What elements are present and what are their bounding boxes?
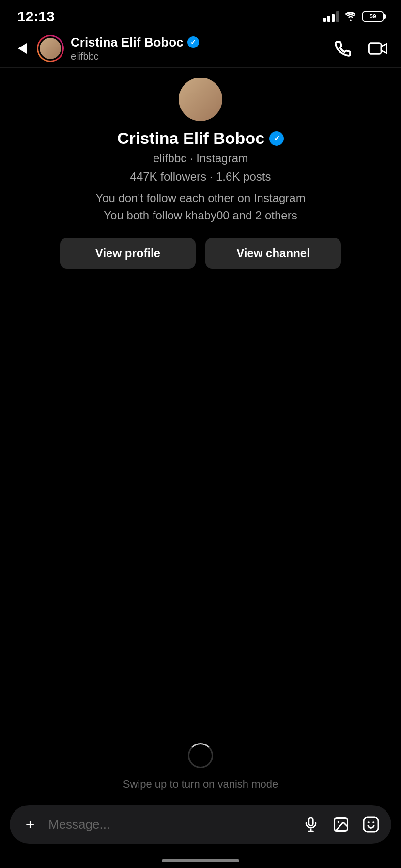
- back-chevron-icon: [18, 43, 27, 54]
- header-verified-badge: ✓: [187, 36, 199, 48]
- profile-card: Cristina Elif Boboc ✓ elifbbc · Instagra…: [0, 68, 401, 283]
- svg-point-8: [372, 821, 375, 823]
- message-input[interactable]: [48, 817, 293, 832]
- chat-header: Cristina Elif Boboc ✓ elifbbc: [0, 29, 401, 68]
- profile-stats-separator: ·: [210, 170, 216, 183]
- profile-posts: 1.6K posts: [216, 170, 271, 183]
- avatar-image: [40, 38, 61, 59]
- video-icon: [368, 40, 387, 57]
- signal-bar-2: [327, 16, 330, 22]
- microphone-button[interactable]: [300, 814, 322, 835]
- profile-action-buttons: View profile View channel: [19, 238, 382, 269]
- profile-stats: 447K followers · 1.6K posts: [130, 170, 271, 184]
- profile-verified-check-icon: ✓: [274, 134, 280, 143]
- profile-platform-username: elifbbc · Instagram: [153, 152, 248, 165]
- profile-follow-info: You don't follow each other on Instagram…: [95, 189, 305, 224]
- status-bar: 12:13 59: [0, 0, 401, 29]
- profile-mutual-note: You both follow khaby00 and 2 others: [95, 207, 305, 224]
- sticker-icon: [362, 816, 380, 833]
- profile-separator: ·: [190, 152, 196, 165]
- loading-spinner-icon: [188, 743, 213, 768]
- gallery-icon: [332, 816, 350, 833]
- plus-icon: +: [26, 817, 35, 832]
- home-indicator: [162, 859, 239, 862]
- view-channel-button[interactable]: View channel: [205, 238, 341, 269]
- video-call-button[interactable]: [366, 37, 389, 60]
- header-user-info[interactable]: Cristina Elif Boboc ✓ elifbbc: [71, 35, 331, 62]
- svg-point-7: [368, 821, 370, 823]
- back-button[interactable]: [12, 38, 33, 59]
- header-avatar-inner: [38, 36, 62, 61]
- profile-follow-note: You don't follow each other on Instagram: [95, 189, 305, 207]
- svg-point-5: [338, 821, 340, 823]
- status-time: 12:13: [17, 8, 55, 25]
- header-name-row: Cristina Elif Boboc ✓: [71, 35, 331, 50]
- add-content-button[interactable]: +: [19, 814, 41, 835]
- vanish-mode-text: Swipe up to turn on vanish mode: [123, 778, 278, 790]
- vanish-mode-area: Swipe up to turn on vanish mode: [0, 743, 401, 790]
- signal-bar-3: [332, 14, 335, 22]
- header-display-name: Cristina Elif Boboc: [71, 35, 184, 50]
- profile-followers: 447K followers: [130, 170, 206, 183]
- header-avatar-ring[interactable]: [37, 35, 64, 62]
- signal-bar-4: [336, 11, 339, 22]
- phone-call-button[interactable]: [331, 37, 355, 60]
- profile-verified-badge: ✓: [269, 131, 284, 146]
- microphone-icon: [303, 816, 319, 833]
- status-icons: 59: [323, 11, 384, 22]
- wifi-icon: [344, 11, 357, 22]
- profile-display-name: Cristina Elif Boboc: [117, 129, 264, 148]
- svg-rect-1: [309, 818, 313, 826]
- signal-icon: [323, 11, 339, 22]
- battery-level: 59: [370, 13, 376, 20]
- gallery-button[interactable]: [330, 814, 352, 835]
- profile-avatar-large: [179, 78, 222, 121]
- svg-rect-6: [364, 817, 378, 832]
- header-username: elifbbc: [71, 51, 331, 62]
- profile-username: elifbbc: [153, 152, 186, 165]
- profile-platform: Instagram: [196, 152, 248, 165]
- message-input-bar: +: [10, 805, 391, 844]
- battery-icon: 59: [362, 11, 384, 22]
- sticker-button[interactable]: [360, 814, 382, 835]
- message-toolbar-icons: [300, 814, 382, 835]
- phone-icon: [334, 40, 352, 57]
- header-verified-check-icon: ✓: [190, 38, 196, 46]
- view-profile-button[interactable]: View profile: [60, 238, 196, 269]
- svg-rect-0: [369, 43, 381, 54]
- signal-bar-1: [323, 18, 326, 22]
- header-actions: [331, 37, 389, 60]
- profile-name-row: Cristina Elif Boboc ✓: [117, 129, 284, 148]
